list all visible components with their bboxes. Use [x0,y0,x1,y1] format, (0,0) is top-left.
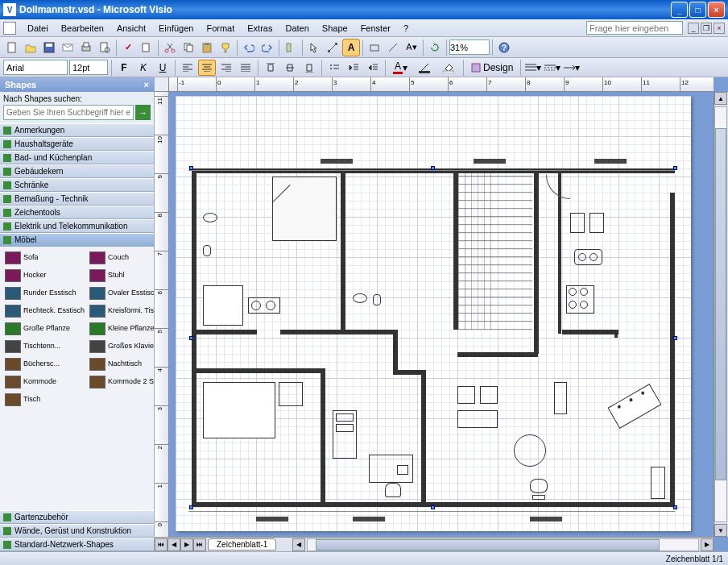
stencil-bar[interactable]: Gartenzubehör [0,510,154,524]
menu-shape[interactable]: Shape [316,22,354,35]
align-bottom-button[interactable] [300,60,318,76]
shapes-search-input[interactable] [3,105,134,120]
scroll-right-button[interactable]: ▶ [701,538,714,551]
new-button[interactable] [3,39,21,56]
bullets-button[interactable] [325,60,343,76]
page-tab[interactable]: Zeichenblatt-1 [208,538,276,550]
save-button[interactable] [40,39,58,56]
align-right-button[interactable] [217,60,235,76]
doc-minimize-button[interactable]: _ [688,23,699,34]
menu-bearbeiten[interactable]: Bearbeiten [55,22,110,35]
tab-prev-button[interactable]: ◀ [168,538,180,551]
pointer-tool-button[interactable] [305,39,323,56]
shape-item[interactable]: Büchersc... [3,356,86,372]
line-weight-button[interactable]: ▾ [524,60,542,76]
line-tool-button[interactable] [384,39,402,56]
shape-item[interactable]: Ovaler Esstisch [88,285,154,301]
menu-extras[interactable]: Extras [241,22,279,35]
design-button[interactable]: Design [467,60,517,76]
font-size-select[interactable] [69,60,108,75]
zoom-select[interactable] [449,39,490,55]
shape-item[interactable]: Tisch [3,392,86,408]
increase-indent-button[interactable] [364,60,382,76]
align-middle-button[interactable] [281,60,299,76]
email-button[interactable] [59,39,77,56]
menu-help[interactable]: ? [397,22,415,35]
close-button[interactable]: × [708,2,725,18]
shapes-search-go-button[interactable]: → [135,105,151,120]
vertical-scrollbar[interactable]: ▲ ▼ [714,92,728,537]
decrease-indent-button[interactable] [345,60,362,76]
stencil-bar[interactable]: Bad- und Küchenplan [0,151,154,164]
tab-next-button[interactable]: ▶ [180,538,193,551]
help-search-input[interactable] [586,21,683,35]
tab-last-button[interactable]: ⏭ [193,538,206,551]
align-center-button[interactable] [198,60,216,76]
redo-button[interactable] [259,39,276,56]
bold-button[interactable]: F [115,60,133,76]
shape-item[interactable]: Rechteck. Esstisch [3,303,86,319]
menu-fenster[interactable]: Fenster [354,22,397,35]
shape-item[interactable]: Kreisförmi. Tisch [88,303,154,319]
stencil-bar[interactable]: Möbel [0,233,154,247]
menu-datei[interactable]: Datei [21,22,55,35]
scroll-up-button[interactable]: ▲ [714,92,727,105]
shape-item[interactable]: Kommode 2 Schubl. [88,374,154,390]
font-color-button[interactable]: A▾ [389,60,412,76]
shape-item[interactable]: Großes Klavier [88,339,154,355]
vertical-ruler[interactable]: 11109876543210 [155,92,169,537]
shapes-panel-close-button[interactable]: × [144,80,149,89]
spellcheck-button[interactable]: ✓ [119,39,137,56]
font-name-select[interactable] [3,60,68,75]
stencil-bar[interactable]: Schränke [0,178,154,192]
shape-item[interactable]: Runder Esstisch [3,285,86,301]
drawing-page[interactable] [176,96,691,531]
tab-first-button[interactable]: ⏮ [155,538,168,551]
align-left-button[interactable] [179,60,196,76]
cut-button[interactable] [161,39,179,56]
italic-button[interactable]: K [134,60,152,76]
scroll-left-button[interactable]: ◀ [292,538,305,551]
shape-item[interactable]: Hocker [3,268,86,284]
open-button[interactable] [22,39,39,56]
shape-item[interactable]: Kleine Pflanze [88,321,154,337]
stencil-bar[interactable]: Anmerkungen [0,123,154,137]
paste-button[interactable] [198,39,216,56]
stencil-bar[interactable]: Elektrik und Telekommunikation [0,219,154,233]
shape-item[interactable]: Tischtenn... [3,339,86,355]
line-color-button[interactable] [413,60,436,76]
stencil-bar[interactable]: Standard-Netzwerk-Shapes [0,538,154,551]
minimize-button[interactable]: _ [671,2,688,18]
shape-item[interactable]: Große Pflanze [3,321,86,337]
copy-button[interactable] [180,39,197,56]
shapes-window-button[interactable] [282,39,300,56]
menu-daten[interactable]: Daten [279,22,315,35]
menu-ansicht[interactable]: Ansicht [110,22,152,35]
text-button[interactable]: A▾ [403,39,420,56]
shape-item[interactable]: Stuhl [88,268,154,284]
floorplan[interactable] [192,168,675,507]
align-top-button[interactable] [262,60,279,76]
undo-button[interactable] [240,39,258,56]
connector-tool-button[interactable] [324,39,341,56]
align-justify-button[interactable] [237,60,254,76]
fill-color-button[interactable] [437,60,460,76]
line-ends-button[interactable]: ▾ [563,60,581,76]
help-button[interactable]: ? [495,39,513,56]
menu-einfuegen[interactable]: Einfügen [152,22,200,35]
scroll-down-button[interactable]: ▼ [714,524,727,537]
drawing-surface[interactable] [169,92,714,537]
shape-item[interactable]: Couch [88,250,154,266]
print-button[interactable] [77,39,95,56]
rotate-button[interactable] [426,39,444,56]
stencil-bar[interactable]: Zeichentools [0,206,154,219]
doc-close-button[interactable]: × [714,23,725,34]
horizontal-ruler[interactable]: -1012345678910111213 [169,77,714,92]
print-preview-button[interactable] [96,39,114,56]
line-pattern-button[interactable]: ▾ [544,60,561,76]
shape-item[interactable]: Nachttisch [88,356,154,372]
stencil-bar[interactable]: Wände, Gerüst und Konstruktion [0,524,154,538]
shape-item[interactable]: Kommode [3,374,86,390]
stencil-bar[interactable]: Bemaßung - Technik [0,192,154,206]
underline-button[interactable]: U [154,60,172,76]
